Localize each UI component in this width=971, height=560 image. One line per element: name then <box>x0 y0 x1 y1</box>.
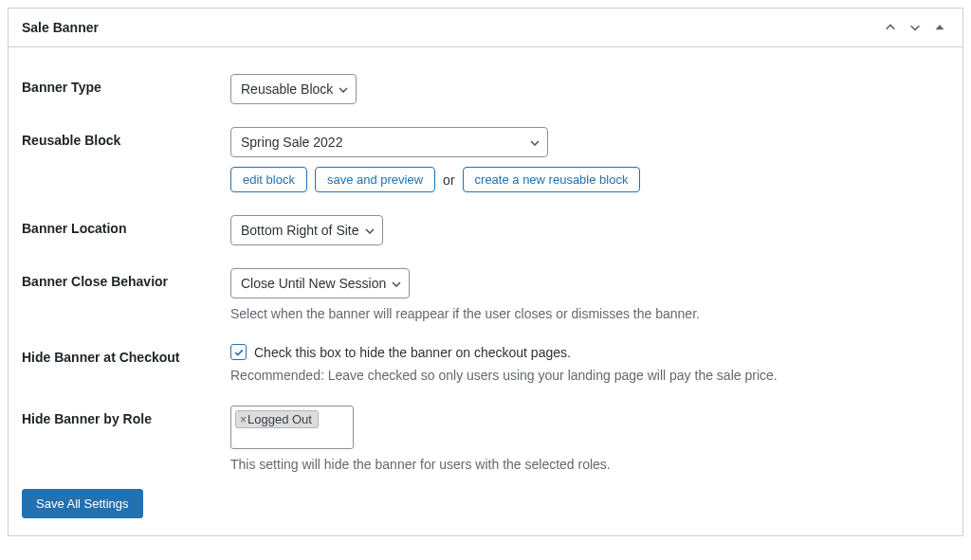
label-banner-close: Banner Close Behavior <box>22 268 230 289</box>
select-banner-type-value: Reusable Block <box>241 81 333 97</box>
create-block-button[interactable]: create a new reusable block <box>463 167 641 192</box>
row-banner-close: Banner Close Behavior Close Until New Se… <box>22 245 949 321</box>
multiselect-hide-role[interactable]: × Logged Out <box>230 406 354 449</box>
panel-body: Banner Type Reusable Block Reusable Bloc… <box>9 47 962 535</box>
panel-title: Sale Banner <box>22 20 99 35</box>
select-reusable-block[interactable]: Spring Sale 2022 <box>230 127 548 157</box>
caret-down-icon <box>365 225 375 236</box>
label-hide-checkout: Hide Banner at Checkout <box>22 344 230 365</box>
tag-logged-out: × Logged Out <box>235 410 319 428</box>
row-banner-type: Banner Type Reusable Block <box>22 57 949 104</box>
content-reusable-block: Spring Sale 2022 edit block save and pre… <box>230 127 949 192</box>
row-banner-location: Banner Location Bottom Right of Site <box>22 192 949 245</box>
or-text: or <box>443 172 454 188</box>
select-banner-close[interactable]: Close Until New Session <box>230 268 410 298</box>
caret-down-icon <box>392 278 401 289</box>
panel-header: Sale Banner <box>9 9 962 47</box>
caret-down-icon <box>339 83 348 95</box>
edit-block-button[interactable]: edit block <box>230 167 307 192</box>
row-hide-checkout: Hide Banner at Checkout Check this box t… <box>22 321 949 383</box>
save-all-button[interactable]: Save All Settings <box>22 489 143 518</box>
reusable-block-actions: edit block save and preview or create a … <box>230 167 949 192</box>
content-banner-type: Reusable Block <box>230 74 949 104</box>
desc-banner-close: Select when the banner will reappear if … <box>230 306 949 321</box>
row-hide-role: Hide Banner by Role × Logged Out This se… <box>22 383 949 472</box>
checkbox-hide-checkout[interactable] <box>230 344 247 360</box>
content-banner-close: Close Until New Session Select when the … <box>230 268 949 321</box>
desc-hide-role: This setting will hide the banner for us… <box>230 457 949 472</box>
sale-banner-panel: Sale Banner Banner Type Reusable Block <box>8 8 963 536</box>
checkbox-hide-checkout-label: Check this box to hide the banner on che… <box>254 345 571 360</box>
chevron-down-icon[interactable] <box>906 18 925 37</box>
content-hide-role: × Logged Out This setting will hide the … <box>230 406 949 472</box>
chevron-up-icon[interactable] <box>881 18 900 37</box>
collapse-icon[interactable] <box>930 18 949 37</box>
checkbox-row: Check this box to hide the banner on che… <box>230 344 949 360</box>
label-reusable-block: Reusable Block <box>22 127 230 148</box>
select-reusable-block-value: Spring Sale 2022 <box>241 135 342 150</box>
content-banner-location: Bottom Right of Site <box>230 215 949 245</box>
select-banner-location[interactable]: Bottom Right of Site <box>230 215 383 245</box>
content-hide-checkout: Check this box to hide the banner on che… <box>230 344 949 383</box>
label-hide-role: Hide Banner by Role <box>22 406 230 426</box>
select-banner-location-value: Bottom Right of Site <box>241 223 359 238</box>
select-banner-type[interactable]: Reusable Block <box>230 74 357 104</box>
save-preview-button[interactable]: save and preview <box>315 167 435 192</box>
select-banner-close-value: Close Until New Session <box>241 276 386 291</box>
remove-tag-icon[interactable]: × <box>240 413 247 426</box>
desc-hide-checkout: Recommended: Leave checked so only users… <box>230 368 949 383</box>
row-reusable-block: Reusable Block Spring Sale 2022 edit blo… <box>22 104 949 192</box>
caret-down-icon <box>530 136 540 148</box>
panel-actions <box>881 18 949 37</box>
label-banner-location: Banner Location <box>22 215 230 236</box>
label-banner-type: Banner Type <box>22 74 230 95</box>
tag-label: Logged Out <box>247 412 312 426</box>
